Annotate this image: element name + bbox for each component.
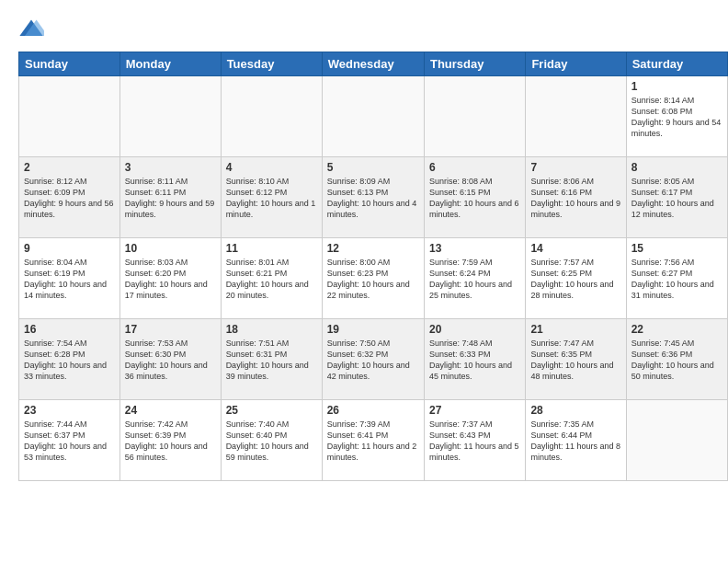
calendar-day-cell: 13Sunrise: 7:59 AM Sunset: 6:24 PM Dayli… [424,238,525,319]
day-info: Sunrise: 8:00 AM Sunset: 6:23 PM Dayligh… [327,257,419,302]
calendar-day-cell: 22Sunrise: 7:45 AM Sunset: 6:36 PM Dayli… [626,319,727,400]
day-info: Sunrise: 7:56 AM Sunset: 6:27 PM Dayligh… [631,257,722,302]
day-info: Sunrise: 7:39 AM Sunset: 6:41 PM Dayligh… [327,419,419,464]
day-info: Sunrise: 8:01 AM Sunset: 6:21 PM Dayligh… [226,257,317,302]
day-number: 22 [631,323,722,336]
day-info: Sunrise: 7:57 AM Sunset: 6:25 PM Dayligh… [530,257,620,302]
calendar-day-cell: 10Sunrise: 8:03 AM Sunset: 6:20 PM Dayli… [119,238,221,319]
day-info: Sunrise: 7:42 AM Sunset: 6:39 PM Dayligh… [125,419,216,464]
day-number: 6 [429,161,520,174]
day-number: 4 [226,161,317,174]
calendar-day-cell: 15Sunrise: 7:56 AM Sunset: 6:27 PM Dayli… [626,238,727,319]
day-number: 26 [327,404,419,417]
logo-icon [18,17,44,42]
calendar-day-cell: 20Sunrise: 7:48 AM Sunset: 6:33 PM Dayli… [424,319,525,400]
calendar-day-cell: 8Sunrise: 8:05 AM Sunset: 6:17 PM Daylig… [626,157,727,238]
calendar-day-cell: 7Sunrise: 8:06 AM Sunset: 6:16 PM Daylig… [526,157,626,238]
day-number: 17 [125,323,216,336]
calendar-day-header: Friday [526,52,626,76]
calendar-day-header: Wednesday [322,52,424,76]
calendar-day-header: Thursday [424,52,525,76]
calendar-day-cell: 5Sunrise: 8:09 AM Sunset: 6:13 PM Daylig… [322,157,424,238]
calendar-day-cell [626,400,727,481]
calendar-day-cell: 21Sunrise: 7:47 AM Sunset: 6:35 PM Dayli… [526,319,626,400]
calendar-day-header: Saturday [626,52,727,76]
page-header [0,0,728,52]
day-info: Sunrise: 7:45 AM Sunset: 6:36 PM Dayligh… [631,338,722,383]
day-info: Sunrise: 7:50 AM Sunset: 6:32 PM Dayligh… [327,338,419,383]
calendar-week-row: 16Sunrise: 7:54 AM Sunset: 6:28 PM Dayli… [19,319,728,400]
calendar-day-cell [526,76,626,157]
day-info: Sunrise: 8:09 AM Sunset: 6:13 PM Dayligh… [327,176,419,221]
calendar-day-cell: 18Sunrise: 7:51 AM Sunset: 6:31 PM Dayli… [221,319,322,400]
calendar-table: SundayMondayTuesdayWednesdayThursdayFrid… [18,52,728,481]
day-info: Sunrise: 7:44 AM Sunset: 6:37 PM Dayligh… [24,419,115,464]
calendar-header-row: SundayMondayTuesdayWednesdayThursdayFrid… [19,52,728,76]
calendar-day-header: Monday [119,52,221,76]
day-info: Sunrise: 8:06 AM Sunset: 6:16 PM Dayligh… [530,176,620,221]
calendar-day-cell: 2Sunrise: 8:12 AM Sunset: 6:09 PM Daylig… [19,157,120,238]
day-info: Sunrise: 8:10 AM Sunset: 6:12 PM Dayligh… [226,176,317,221]
day-number: 15 [631,242,722,255]
calendar-week-row: 1Sunrise: 8:14 AM Sunset: 6:08 PM Daylig… [19,76,728,157]
day-number: 9 [24,242,115,255]
calendar-day-cell: 12Sunrise: 8:00 AM Sunset: 6:23 PM Dayli… [322,238,424,319]
day-info: Sunrise: 8:14 AM Sunset: 6:08 PM Dayligh… [631,95,722,140]
calendar-day-cell: 11Sunrise: 8:01 AM Sunset: 6:21 PM Dayli… [221,238,322,319]
logo [18,17,48,42]
day-number: 25 [226,404,317,417]
day-number: 21 [530,323,620,336]
day-info: Sunrise: 7:35 AM Sunset: 6:44 PM Dayligh… [530,419,620,464]
day-info: Sunrise: 8:03 AM Sunset: 6:20 PM Dayligh… [125,257,216,302]
calendar-day-cell: 16Sunrise: 7:54 AM Sunset: 6:28 PM Dayli… [19,319,120,400]
day-info: Sunrise: 8:05 AM Sunset: 6:17 PM Dayligh… [631,176,722,221]
calendar-day-cell [119,76,221,157]
day-number: 5 [327,161,419,174]
day-info: Sunrise: 8:11 AM Sunset: 6:11 PM Dayligh… [125,176,216,221]
day-info: Sunrise: 7:54 AM Sunset: 6:28 PM Dayligh… [24,338,115,383]
day-number: 18 [226,323,317,336]
calendar-week-row: 9Sunrise: 8:04 AM Sunset: 6:19 PM Daylig… [19,238,728,319]
calendar-day-cell: 19Sunrise: 7:50 AM Sunset: 6:32 PM Dayli… [322,319,424,400]
day-number: 27 [429,404,520,417]
day-number: 28 [530,404,620,417]
calendar-day-cell: 27Sunrise: 7:37 AM Sunset: 6:43 PM Dayli… [424,400,525,481]
day-info: Sunrise: 7:37 AM Sunset: 6:43 PM Dayligh… [429,419,520,464]
calendar-day-header: Tuesday [221,52,322,76]
calendar-day-cell [424,76,525,157]
day-info: Sunrise: 7:47 AM Sunset: 6:35 PM Dayligh… [530,338,620,383]
calendar-week-row: 23Sunrise: 7:44 AM Sunset: 6:37 PM Dayli… [19,400,728,481]
day-number: 14 [530,242,620,255]
day-info: Sunrise: 7:51 AM Sunset: 6:31 PM Dayligh… [226,338,317,383]
day-info: Sunrise: 7:48 AM Sunset: 6:33 PM Dayligh… [429,338,520,383]
day-number: 19 [327,323,419,336]
calendar-day-cell: 1Sunrise: 8:14 AM Sunset: 6:08 PM Daylig… [626,76,727,157]
day-number: 11 [226,242,317,255]
calendar-day-cell: 28Sunrise: 7:35 AM Sunset: 6:44 PM Dayli… [526,400,626,481]
day-number: 24 [125,404,216,417]
day-number: 13 [429,242,520,255]
calendar-day-cell: 3Sunrise: 8:11 AM Sunset: 6:11 PM Daylig… [119,157,221,238]
day-number: 8 [631,161,722,174]
calendar-wrapper: SundayMondayTuesdayWednesdayThursdayFrid… [0,52,728,490]
calendar-day-cell: 4Sunrise: 8:10 AM Sunset: 6:12 PM Daylig… [221,157,322,238]
day-number: 10 [125,242,216,255]
calendar-week-row: 2Sunrise: 8:12 AM Sunset: 6:09 PM Daylig… [19,157,728,238]
calendar-day-cell: 14Sunrise: 7:57 AM Sunset: 6:25 PM Dayli… [526,238,626,319]
day-info: Sunrise: 8:08 AM Sunset: 6:15 PM Dayligh… [429,176,520,221]
calendar-day-cell [322,76,424,157]
day-info: Sunrise: 7:40 AM Sunset: 6:40 PM Dayligh… [226,419,317,464]
calendar-day-cell: 26Sunrise: 7:39 AM Sunset: 6:41 PM Dayli… [322,400,424,481]
day-info: Sunrise: 8:04 AM Sunset: 6:19 PM Dayligh… [24,257,115,302]
calendar-day-header: Sunday [19,52,120,76]
calendar-day-cell: 17Sunrise: 7:53 AM Sunset: 6:30 PM Dayli… [119,319,221,400]
day-number: 7 [530,161,620,174]
calendar-day-cell: 24Sunrise: 7:42 AM Sunset: 6:39 PM Dayli… [119,400,221,481]
calendar-day-cell [221,76,322,157]
day-number: 1 [631,80,722,93]
day-number: 12 [327,242,419,255]
calendar-day-cell: 23Sunrise: 7:44 AM Sunset: 6:37 PM Dayli… [19,400,120,481]
day-number: 2 [24,161,115,174]
day-number: 3 [125,161,216,174]
day-info: Sunrise: 8:12 AM Sunset: 6:09 PM Dayligh… [24,176,115,221]
